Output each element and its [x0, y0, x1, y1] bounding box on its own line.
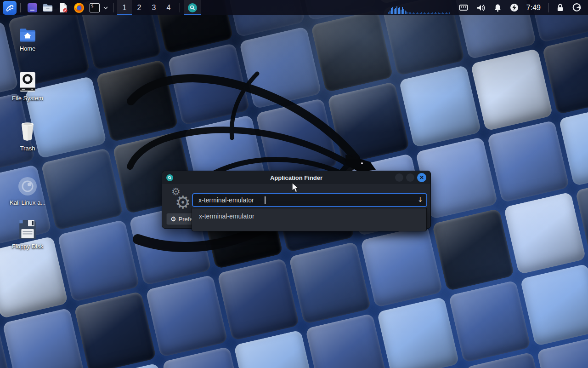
workspace-3[interactable]: 3: [147, 0, 161, 15]
close-button[interactable]: ✕: [417, 173, 426, 182]
clock[interactable]: 7:49: [526, 4, 541, 12]
application-finder-icon: [166, 174, 173, 181]
desktop-icon-kali-linux[interactable]: Kali Linux a...: [5, 176, 51, 206]
desktop-icon-label: Trash: [5, 145, 51, 152]
search-icon: [190, 5, 195, 11]
floppy-disk-icon: [5, 219, 51, 240]
launcher-text-editor[interactable]: [57, 2, 69, 14]
workspace-2[interactable]: 2: [132, 0, 147, 15]
kali-menu-button[interactable]: [3, 1, 17, 15]
launcher-dropdown-chevron[interactable]: [103, 6, 108, 10]
maximize-button[interactable]: [406, 173, 414, 182]
titlebar[interactable]: Application Finder ✕: [162, 171, 430, 184]
application-finder-task-icon: [188, 3, 197, 12]
cpu-graph[interactable]: [388, 2, 450, 14]
launcher-terminal[interactable]: $_: [89, 2, 101, 14]
desktop-icon-floppy-disk[interactable]: Floppy Disk: [5, 219, 51, 250]
desktop-icon-home[interactable]: Home: [5, 28, 51, 52]
desktop-icon-label: Home: [5, 45, 51, 52]
document-edit-icon: [59, 3, 68, 13]
desktop-icon-trash[interactable]: Trash: [5, 121, 51, 152]
notification-bell-icon[interactable]: [494, 4, 502, 12]
lock-screen-icon[interactable]: [556, 3, 564, 12]
kali-logo-icon: [5, 3, 15, 13]
window-controls: ✕: [395, 173, 430, 182]
text-caret: [265, 196, 266, 204]
search-input[interactable]: [192, 193, 427, 207]
search-icon: [168, 176, 172, 180]
workspace-1[interactable]: 1: [117, 0, 132, 15]
kali-docs-ghost-icon: [5, 176, 51, 196]
trash-bin-icon: [5, 121, 51, 142]
gear-icon: ⚙: [170, 215, 176, 223]
logout-icon[interactable]: [572, 3, 581, 12]
system-tray: 7:49: [388, 2, 585, 14]
home-folder-icon: [5, 28, 51, 42]
completion-dropdown: x-terminal-emulator: [192, 208, 427, 231]
desktop-icon-label: Kali Linux a...: [5, 199, 51, 206]
minimize-button[interactable]: [395, 173, 403, 182]
purple-app-icon: [28, 3, 37, 12]
panel-separator: [113, 3, 113, 12]
launcher-file-manager[interactable]: [42, 2, 54, 14]
window-title: Application Finder: [162, 174, 430, 181]
desktop-icon-label: File System: [5, 95, 51, 102]
file-system-drive-icon: [5, 72, 51, 92]
volume-icon[interactable]: [476, 4, 486, 12]
launcher-purple-app[interactable]: [26, 2, 38, 14]
desktop-icon-label: Floppy Disk: [5, 243, 51, 250]
panel-separator: [20, 3, 21, 12]
desktop-screen: $_ 1 2 3 4: [0, 0, 588, 368]
completion-item[interactable]: x-terminal-emulator: [192, 211, 426, 222]
firefox-icon: [74, 3, 84, 13]
search-field-wrap: ↓: [192, 193, 427, 207]
terminal-icon: $_: [90, 3, 100, 12]
workspace-4[interactable]: 4: [161, 0, 176, 15]
launcher-firefox[interactable]: [73, 2, 85, 14]
large-gear-icon: ⚙: [175, 192, 191, 213]
top-panel: $_ 1 2 3 4: [0, 0, 588, 15]
network-icon[interactable]: [459, 4, 468, 12]
taskbar-application-finder[interactable]: [184, 0, 201, 15]
folder-icon: [43, 3, 53, 12]
chevron-down-icon: [103, 6, 108, 10]
category-gears-icon: ⚙ ⚙: [170, 186, 192, 213]
panel-separator: [548, 3, 548, 12]
desktop-icon-file-system[interactable]: File System: [5, 72, 51, 102]
panel-separator: [180, 3, 180, 12]
power-manager-icon[interactable]: [510, 3, 519, 12]
